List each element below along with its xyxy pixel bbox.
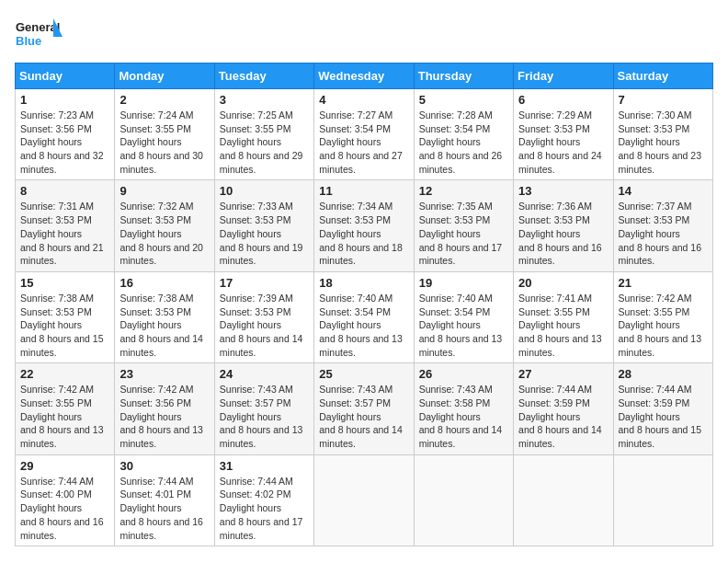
calendar-cell: 23 Sunrise: 7:42 AM Sunset: 3:56 PM Dayl… xyxy=(115,363,214,454)
sunrise-label: Sunrise: 7:29 AM xyxy=(518,109,592,121)
sunrise-label: Sunrise: 7:43 AM xyxy=(220,384,293,395)
calendar-cell xyxy=(314,454,414,546)
day-number: 3 xyxy=(220,93,309,107)
day-info: Sunrise: 7:40 AM Sunset: 3:54 PM Dayligh… xyxy=(319,292,408,359)
daylight-label: Daylight hours xyxy=(220,502,281,513)
logo-svg: General Blue xyxy=(15,15,63,55)
sunset-label: Sunset: 3:59 PM xyxy=(518,397,590,408)
daylight-label: Daylight hours xyxy=(518,411,580,422)
sunrise-label: Sunrise: 7:24 AM xyxy=(119,109,193,121)
calendar-cell: 18 Sunrise: 7:40 AM Sunset: 3:54 PM Dayl… xyxy=(314,271,414,362)
sunrise-label: Sunrise: 7:41 AM xyxy=(518,293,592,304)
day-info: Sunrise: 7:31 AM Sunset: 3:53 PM Dayligh… xyxy=(20,200,109,267)
sunset-label: Sunset: 3:55 PM xyxy=(518,306,590,317)
day-number: 25 xyxy=(319,367,408,381)
calendar-week-row: 1 Sunrise: 7:23 AM Sunset: 3:56 PM Dayli… xyxy=(16,89,713,180)
sunset-label: Sunset: 4:01 PM xyxy=(119,488,191,500)
calendar-cell: 7 Sunrise: 7:30 AM Sunset: 3:53 PM Dayli… xyxy=(613,89,712,180)
daylight-value: and 8 hours and 24 minutes. xyxy=(518,150,602,175)
calendar-header-row: SundayMondayTuesdayWednesdayThursdayFrid… xyxy=(16,63,713,89)
day-info: Sunrise: 7:23 AM Sunset: 3:56 PM Dayligh… xyxy=(20,109,109,176)
day-info: Sunrise: 7:38 AM Sunset: 3:53 PM Dayligh… xyxy=(119,292,209,359)
day-number: 13 xyxy=(518,184,608,198)
sunrise-label: Sunrise: 7:44 AM xyxy=(119,476,193,487)
daylight-label: Daylight hours xyxy=(518,136,580,147)
daylight-label: Daylight hours xyxy=(220,136,281,147)
daylight-label: Daylight hours xyxy=(619,411,680,422)
day-number: 29 xyxy=(20,459,109,473)
calendar-week-row: 29 Sunrise: 7:44 AM Sunset: 4:00 PM Dayl… xyxy=(16,454,713,546)
daylight-value: and 8 hours and 32 minutes. xyxy=(20,150,104,175)
daylight-label: Daylight hours xyxy=(419,319,481,330)
daylight-label: Daylight hours xyxy=(119,319,181,330)
daylight-label: Daylight hours xyxy=(220,319,281,330)
day-number: 17 xyxy=(220,276,309,290)
daylight-label: Daylight hours xyxy=(319,228,381,239)
calendar-cell: 30 Sunrise: 7:44 AM Sunset: 4:01 PM Dayl… xyxy=(115,454,214,546)
sunrise-label: Sunrise: 7:34 AM xyxy=(319,201,392,212)
sunrise-label: Sunrise: 7:30 AM xyxy=(619,109,692,121)
calendar-cell: 11 Sunrise: 7:34 AM Sunset: 3:53 PM Dayl… xyxy=(314,180,414,271)
daylight-label: Daylight hours xyxy=(119,228,181,239)
day-info: Sunrise: 7:43 AM Sunset: 3:57 PM Dayligh… xyxy=(220,383,309,450)
day-info: Sunrise: 7:37 AM Sunset: 3:53 PM Dayligh… xyxy=(619,200,708,267)
day-info: Sunrise: 7:38 AM Sunset: 3:53 PM Dayligh… xyxy=(20,292,109,359)
daylight-value: and 8 hours and 30 minutes. xyxy=(119,150,203,175)
daylight-value: and 8 hours and 13 minutes. xyxy=(20,424,104,449)
daylight-value: and 8 hours and 14 minutes. xyxy=(220,333,303,358)
daylight-value: and 8 hours and 17 minutes. xyxy=(419,242,503,267)
daylight-label: Daylight hours xyxy=(319,136,381,147)
calendar-cell: 31 Sunrise: 7:44 AM Sunset: 4:02 PM Dayl… xyxy=(214,454,313,546)
calendar-cell: 10 Sunrise: 7:33 AM Sunset: 3:53 PM Dayl… xyxy=(214,180,313,271)
calendar-cell: 19 Sunrise: 7:40 AM Sunset: 3:54 PM Dayl… xyxy=(414,271,513,362)
daylight-label: Daylight hours xyxy=(419,411,481,422)
sunrise-label: Sunrise: 7:43 AM xyxy=(319,384,392,395)
sunset-label: Sunset: 3:53 PM xyxy=(220,214,291,225)
sunrise-label: Sunrise: 7:31 AM xyxy=(20,201,94,212)
daylight-value: and 8 hours and 20 minutes. xyxy=(119,242,203,267)
day-number: 24 xyxy=(220,367,309,381)
calendar-cell: 29 Sunrise: 7:44 AM Sunset: 4:00 PM Dayl… xyxy=(16,454,115,546)
daylight-label: Daylight hours xyxy=(119,411,181,422)
calendar-cell: 9 Sunrise: 7:32 AM Sunset: 3:53 PM Dayli… xyxy=(115,180,214,271)
day-number: 8 xyxy=(20,184,109,198)
sunset-label: Sunset: 4:00 PM xyxy=(20,488,92,500)
day-info: Sunrise: 7:40 AM Sunset: 3:54 PM Dayligh… xyxy=(419,292,508,359)
calendar-cell: 13 Sunrise: 7:36 AM Sunset: 3:53 PM Dayl… xyxy=(514,180,613,271)
day-info: Sunrise: 7:42 AM Sunset: 3:55 PM Dayligh… xyxy=(619,292,708,359)
day-info: Sunrise: 7:44 AM Sunset: 3:59 PM Dayligh… xyxy=(518,383,608,450)
day-number: 21 xyxy=(619,276,708,290)
daylight-value: and 8 hours and 14 minutes. xyxy=(319,424,403,449)
daylight-label: Daylight hours xyxy=(619,228,680,239)
calendar-cell: 17 Sunrise: 7:39 AM Sunset: 3:53 PM Dayl… xyxy=(214,271,313,362)
calendar-cell xyxy=(613,454,712,546)
day-number: 15 xyxy=(20,276,109,290)
day-number: 1 xyxy=(20,93,109,107)
daylight-value: and 8 hours and 27 minutes. xyxy=(319,150,403,175)
calendar-cell: 25 Sunrise: 7:43 AM Sunset: 3:57 PM Dayl… xyxy=(314,363,414,454)
daylight-value: and 8 hours and 26 minutes. xyxy=(419,150,503,175)
calendar-cell: 5 Sunrise: 7:28 AM Sunset: 3:54 PM Dayli… xyxy=(414,89,513,180)
daylight-value: and 8 hours and 21 minutes. xyxy=(20,242,104,267)
sunrise-label: Sunrise: 7:38 AM xyxy=(20,293,94,304)
calendar-cell: 21 Sunrise: 7:42 AM Sunset: 3:55 PM Dayl… xyxy=(613,271,712,362)
daylight-value: and 8 hours and 13 minutes. xyxy=(518,333,602,358)
sunset-label: Sunset: 3:59 PM xyxy=(619,397,690,408)
day-of-week-header: Sunday xyxy=(16,63,115,89)
daylight-value: and 8 hours and 13 minutes. xyxy=(220,424,303,449)
sunrise-label: Sunrise: 7:40 AM xyxy=(319,293,392,304)
daylight-value: and 8 hours and 15 minutes. xyxy=(619,424,702,449)
sunset-label: Sunset: 3:53 PM xyxy=(619,214,690,225)
sunset-label: Sunset: 3:53 PM xyxy=(20,214,92,225)
sunrise-label: Sunrise: 7:37 AM xyxy=(619,201,692,212)
sunrise-label: Sunrise: 7:35 AM xyxy=(419,201,493,212)
calendar-cell xyxy=(414,454,513,546)
day-info: Sunrise: 7:25 AM Sunset: 3:55 PM Dayligh… xyxy=(220,109,309,176)
day-number: 5 xyxy=(419,93,508,107)
daylight-value: and 8 hours and 18 minutes. xyxy=(319,242,403,267)
sunrise-label: Sunrise: 7:44 AM xyxy=(20,476,94,487)
sunrise-label: Sunrise: 7:36 AM xyxy=(518,201,592,212)
day-info: Sunrise: 7:27 AM Sunset: 3:54 PM Dayligh… xyxy=(319,109,408,176)
day-info: Sunrise: 7:43 AM Sunset: 3:57 PM Dayligh… xyxy=(319,383,408,450)
sunrise-label: Sunrise: 7:44 AM xyxy=(220,476,293,487)
